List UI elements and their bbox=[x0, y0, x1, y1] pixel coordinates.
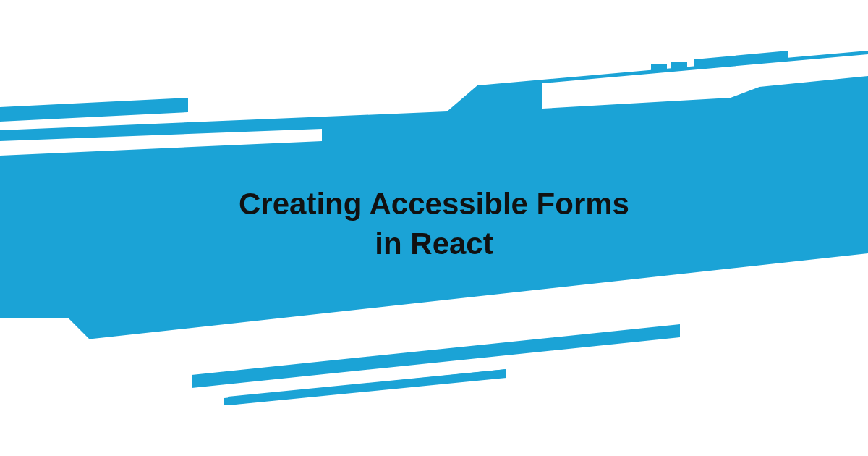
hero-banner: Creating Accessible Forms in React bbox=[0, 0, 868, 456]
banner-title: Creating Accessible Forms in React bbox=[239, 185, 629, 263]
svg-rect-2 bbox=[651, 64, 667, 72]
svg-rect-3 bbox=[671, 62, 687, 71]
svg-marker-6 bbox=[0, 98, 188, 122]
